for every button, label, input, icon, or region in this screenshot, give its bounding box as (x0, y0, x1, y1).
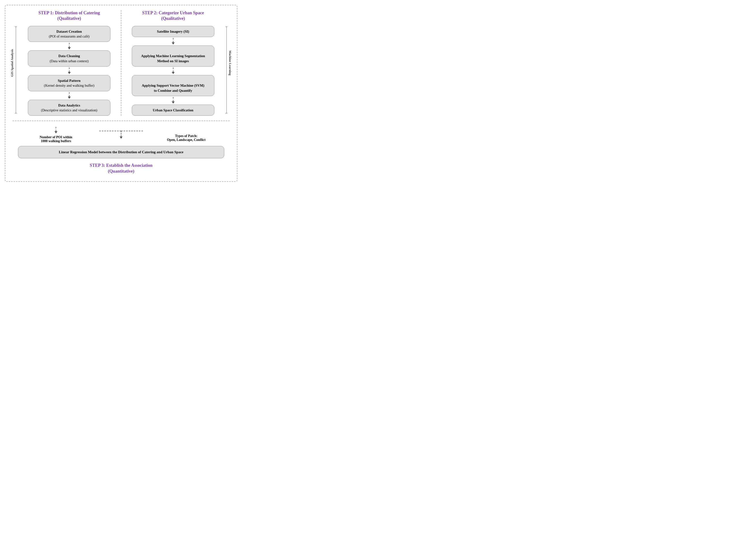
data-analytics-box: Data Analytics (Descriptive statistics a… (28, 100, 111, 116)
arrow2 (68, 67, 71, 74)
arrow3 (68, 92, 71, 99)
spatial-pattern-box: Spatial Pattern (Kernel density and walk… (28, 75, 111, 91)
box1-sub: (POI of restaurants and café) (49, 34, 90, 38)
box4-sub: (Descriptive statistics and visualizatio… (41, 108, 97, 112)
center-arrow (120, 131, 123, 139)
merge-area: Number of POI within 1000 walking buffer… (13, 126, 230, 143)
s-box1-main: Satellite Imagery (SI) (157, 29, 189, 33)
arrow1 (68, 43, 71, 49)
box2-main: Data Cleaning (58, 54, 80, 58)
box1-main: Dataset Creation (56, 29, 82, 33)
box4-main: Data Analytics (58, 104, 80, 107)
s-box4-main: Urban Space Classification (153, 108, 193, 112)
final-regression-box: Linear Regression Model between the Dist… (18, 146, 224, 158)
left-merge: Number of POI within 1000 walking buffer… (13, 126, 99, 143)
step1-title: STEP 1: Distribution of Catering (Qualit… (38, 10, 100, 22)
ml-segmentation-box: Applying Machine Learning Segmentation M… (132, 45, 214, 66)
center-connector (99, 126, 143, 140)
box2-sub: (Data within urban context) (50, 59, 89, 63)
s-box3-main: Applying Support Vector Machine (SVM) to… (142, 83, 204, 92)
step2-column: Machine Learning STEP 2: Categorize Urba… (121, 10, 230, 116)
svm-box: Applying Support Vector Machine (SVM) to… (132, 75, 214, 96)
left-bottom-arrow (54, 127, 57, 133)
box3-main: Spatial Pattern (58, 79, 81, 82)
gis-label: GIS Spatial Analysis (10, 49, 14, 77)
urban-space-classification-box: Urban Space Classification (132, 105, 214, 116)
step2-title: STEP 2: Categorize Urban Space (Qualitat… (142, 10, 204, 22)
s-arrow2 (172, 67, 175, 74)
s-arrow3 (172, 97, 175, 104)
step3-title: STEP 3: Establish the Association (Quant… (90, 163, 152, 174)
s-arrow1 (172, 38, 175, 44)
left-bottom-text: Number of POI within 1000 walking buffer… (40, 135, 72, 143)
data-cleaning-box: Data Cleaning (Data within urban context… (28, 50, 111, 66)
satellite-imagery-box: Satellite Imagery (SI) (132, 26, 214, 37)
step1-column: GIS Spatial Analysis STEP 1: Distributio… (13, 10, 121, 116)
dataset-creation-box: Dataset Creation (POI of restaurants and… (28, 26, 111, 42)
right-bottom-text: Types of Patch: Open, Landscape, Conflic… (167, 134, 205, 142)
two-column-section: GIS Spatial Analysis STEP 1: Distributio… (13, 10, 230, 121)
right-merge: Types of Patch: Open, Landscape, Conflic… (143, 126, 230, 142)
bottom-section: Number of POI within 1000 walking buffer… (13, 126, 230, 174)
s-box2-main: Applying Machine Learning Segmentation M… (141, 54, 205, 63)
ml-label: Machine Learning (228, 51, 232, 75)
box3-sub: (Kernel density and walking buffer) (44, 83, 94, 87)
main-diagram: GIS Spatial Analysis STEP 1: Distributio… (5, 5, 238, 182)
